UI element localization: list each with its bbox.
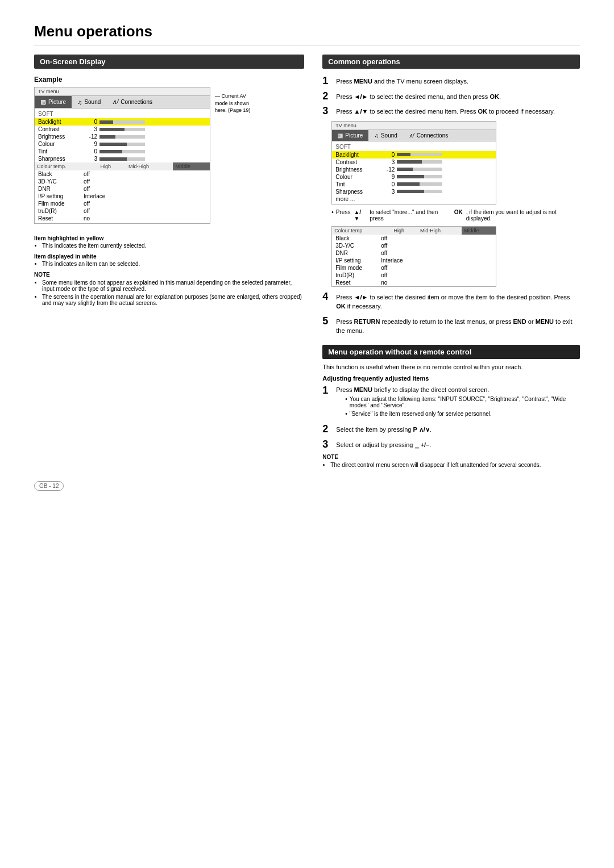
adjusting-title: Adjusting frequently adjusted items (322, 375, 580, 382)
highlighted-yellow-list: This indicates the item currently select… (34, 243, 304, 249)
small-row-contrast: Contrast 3 (332, 158, 496, 166)
step-3-num: 3 (322, 106, 331, 116)
example-label: Example (34, 76, 304, 84)
small-row-more: more ... (332, 195, 496, 203)
small-menu-row-black: Black off (332, 235, 496, 242)
small-menu-row-dnr: DNR off (332, 249, 496, 257)
step-1-num: 1 (322, 76, 331, 86)
page-title: Menu operations (34, 23, 580, 45)
step-1: 1 Press MENU and the TV menu screen disp… (322, 76, 580, 86)
small-colour-temp: Colour temp.HighMid-HighMiddle (332, 227, 496, 235)
remote-step-3-text: Select or adjust by pressing ⎯ +/–. (336, 439, 431, 450)
notes-list: Some menu items do not appear as explain… (34, 279, 304, 306)
tab-sound: ♫ Sound (72, 96, 106, 108)
small-menu-row-film: Film mode off (332, 264, 496, 272)
small-off-rows: Black off 3D-Y/C off DNR off I/P setting… (332, 235, 496, 286)
remote-notes-list: The direct control menu screen will disa… (322, 462, 580, 468)
step-2-num: 2 (322, 91, 331, 101)
small-tv-menu: TV menu ▩ Picture ♫ Sound ∧/ Connections… (331, 121, 496, 205)
remote-step-2-text: Select the item by pressing P ∧/∨. (336, 424, 431, 435)
step-3-text: Press ▲/▼ to select the desired menu ite… (336, 106, 555, 116)
step-3: 3 Press ▲/▼ to select the desired menu i… (322, 106, 580, 116)
small-soft-row: SOFT (332, 143, 496, 151)
page-num: GB - 12 (34, 481, 64, 491)
small-menu-row-3dy: 3D-Y/C off (332, 242, 496, 249)
small-tab-connections: ∧/ Connections (403, 130, 454, 141)
colour-temp-table: Colour temp.HighMid-HighMiddle (35, 162, 210, 170)
highlighted-yellow-title: Item highlighted in yellow (34, 235, 304, 241)
small-menu-row-ip: I/P setting Interlace (332, 257, 496, 264)
small-menu-row-reset: Reset no (332, 279, 496, 286)
small-tab-picture: ▩ Picture (332, 130, 368, 141)
remote-step-1: 1 Press MENU briefly to display the dire… (322, 385, 580, 420)
displayed-white-section: Item displayed in white This indicates a… (34, 253, 304, 267)
remote-step-1-text: Press MENU briefly to display the direct… (336, 385, 489, 393)
small-row-brightness: Brightness -12 (332, 166, 496, 173)
small-tab-sound: ♫ Sound (368, 130, 403, 141)
step-4-num: 4 (322, 291, 331, 302)
menu-row-black: Black off (35, 170, 210, 178)
menu-example-wrapper: TV menu ▩ Picture ♫ Sound ∧/ Connections (34, 87, 304, 231)
tab-picture: ▩ Picture (35, 96, 72, 108)
remote-header: Menu operation without a remote control (322, 345, 580, 359)
soft-row: SOFT (35, 110, 210, 118)
menu-row-trud: truD(R) off (35, 207, 210, 215)
displayed-white-list: This indicates an item can be selected. (34, 261, 304, 267)
step-5-text: Press RETURN repeatedly to return to the… (336, 316, 580, 336)
menu-row-sharpness: Sharpness 3 (35, 155, 210, 162)
common-operations-header: Common operations (322, 55, 580, 69)
step-2-text: Press ◄/► to select the desired menu, an… (336, 91, 501, 102)
off-rows: Black off 3D-Y/C off DNR off I/P setti (35, 170, 210, 222)
tv-menu-label: TV menu (35, 87, 210, 96)
current-av-note: — Current AVmode is shownhere. (Page 19) (215, 87, 251, 114)
remote-note-label: NOTE (322, 454, 580, 460)
small-menu-row-trud: truD(R) off (332, 272, 496, 279)
remote-bullet-1: You can adjust the following items: "INP… (345, 396, 580, 408)
menu-row-backlight: Backlight 0 (35, 118, 210, 126)
menu-row-film: Film mode off (35, 200, 210, 207)
remote-step-1-bullets: You can adjust the following items: "INP… (336, 396, 580, 417)
highlighted-yellow-text: This indicates the item currently select… (42, 243, 304, 249)
menu-row-tint: Tint 0 (35, 148, 210, 155)
small-row-backlight: Backlight 0 (332, 151, 496, 158)
remote-note-text: The direct control menu screen will disa… (330, 462, 580, 468)
right-column: Common operations 1 Press MENU and the T… (322, 55, 580, 471)
small-row-sharpness: Sharpness 3 (332, 188, 496, 195)
step-4-text: Press ◄/► to select the desired item or … (336, 291, 580, 311)
remote-step-2-num: 2 (322, 424, 331, 434)
menu-row-contrast: Contrast 3 (35, 126, 210, 133)
menu-row-ip: I/P setting Interlace (35, 193, 210, 200)
menu-row-3dy: 3D-Y/C off (35, 178, 210, 185)
left-column: On-Screen Display Example TV menu ▩ Pict… (34, 55, 304, 310)
step-2: 2 Press ◄/► to select the desired menu, … (322, 91, 580, 102)
step-5-num: 5 (322, 316, 331, 326)
remote-step-3: 3 Select or adjust by pressing ⎯ +/–. (322, 439, 580, 450)
remote-step-1-num: 1 (322, 385, 331, 395)
tv-menu-tabs: ▩ Picture ♫ Sound ∧/ Connections (35, 96, 210, 108)
menu-row-reset: Reset no (35, 215, 210, 222)
remote-step-3-num: 3 (322, 439, 331, 449)
step-1-text: Press MENU and the TV menu screen displa… (336, 76, 468, 86)
menu-row-brightness: Brightness -12 (35, 133, 210, 140)
remote-bullet-2: "Service" is the item reserved only for … (345, 411, 580, 417)
step-5: 5 Press RETURN repeatedly to return to t… (322, 316, 580, 336)
menu-row-dnr: DNR off (35, 185, 210, 193)
menu-row-colour: Colour 9 (35, 140, 210, 148)
small-row-colour: Colour 9 (332, 173, 496, 181)
small-tv-label: TV menu (332, 122, 496, 130)
note-2: The screens in the operation manual are … (42, 294, 304, 306)
step-4: 4 Press ◄/► to select the desired item o… (322, 291, 580, 311)
note-label: NOTE (34, 272, 304, 278)
on-screen-display-header: On-Screen Display (34, 55, 304, 69)
small-row-tint: Tint 0 (332, 181, 496, 188)
tv-menu-body: SOFT Backlight 0 Contrast 3 Brightnes (35, 108, 210, 223)
more-bullet: Press ▲/▼ to select "more..." and then p… (331, 209, 580, 222)
highlighted-yellow-section: Item highlighted in yellow This indicate… (34, 235, 304, 249)
small-tv-body: SOFT Backlight 0 Contrast 3 Brightness -… (332, 141, 496, 204)
remote-intro: This function is useful when there is no… (322, 364, 580, 370)
displayed-white-title: Item displayed in white (34, 253, 304, 260)
page-num-section: GB - 12 (34, 483, 580, 489)
displayed-white-text: This indicates an item can be selected. (42, 261, 304, 267)
small-tv-tabs: ▩ Picture ♫ Sound ∧/ Connections (332, 130, 496, 141)
small-tv-menu-2: Colour temp.HighMid-HighMiddle Black off… (331, 226, 496, 287)
